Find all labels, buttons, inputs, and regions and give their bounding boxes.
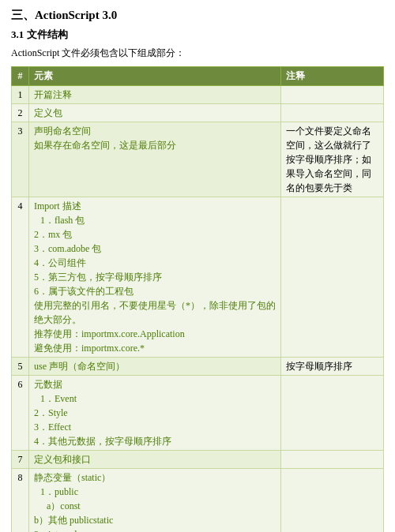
table-row: 3 声明命名空间如果存在命名空间，这是最后部分 一个文件要定义命名空间，这么做就… [12,122,384,197]
row-note [281,469,384,533]
row-num: 8 [12,469,29,533]
row-element: 静态变量（static） 1．public a）const b）其他 publi… [29,469,281,533]
table-row: 8 静态变量（static） 1．public a）const b）其他 pub… [12,469,384,533]
col-header-note: 注释 [281,67,384,86]
row-element: 开篇注释 [29,86,281,104]
row-element: 定义包和接口 [29,451,281,469]
table-row: 5 use 声明（命名空间） 按字母顺序排序 [12,358,384,376]
row-num: 6 [12,376,29,451]
section-title: 3.1 文件结构 [11,28,384,42]
col-header-num: # [12,67,29,86]
table-row: 2 定义包 [12,104,384,122]
row-note [281,197,384,358]
row-num: 7 [12,451,29,469]
table-row: 4 Import 描述 1．flash 包 2．mx 包 3．com.adobe… [12,197,384,358]
row-note: 一个文件要定义命名空间，这么做就行了按字母顺序排序；如果导入命名空间，同名的包要… [281,122,384,197]
row-num: 2 [12,104,29,122]
col-header-element: 元素 [29,67,281,86]
row-element: 定义包 [29,104,281,122]
row-num: 3 [12,122,29,197]
table-row: 7 定义包和接口 [12,451,384,469]
row-note [281,86,384,104]
row-note [281,451,384,469]
content-table: # 元素 注释 1 开篇注释 2 定义包 3 声明命名空间如果存在命名空间，这是… [11,66,384,532]
row-element: 声明命名空间如果存在命名空间，这是最后部分 [29,122,281,197]
row-element: Import 描述 1．flash 包 2．mx 包 3．com.adobe 包… [29,197,281,358]
page-title: 三、ActionScript 3.0 [11,8,384,23]
row-element: use 声明（命名空间） [29,358,281,376]
table-row: 6 元数据 1．Event 2．Style 3．Effect 4．其他元数据，按… [12,376,384,451]
row-element: 元数据 1．Event 2．Style 3．Effect 4．其他元数据，按字母… [29,376,281,451]
row-num: 1 [12,86,29,104]
row-note [281,104,384,122]
table-row: 1 开篇注释 [12,86,384,104]
row-note [281,376,384,451]
row-num: 4 [12,197,29,358]
row-num: 5 [12,358,29,376]
intro-text: ActionScript 文件必须包含以下组成部分： [11,47,384,60]
row-note: 按字母顺序排序 [281,358,384,376]
